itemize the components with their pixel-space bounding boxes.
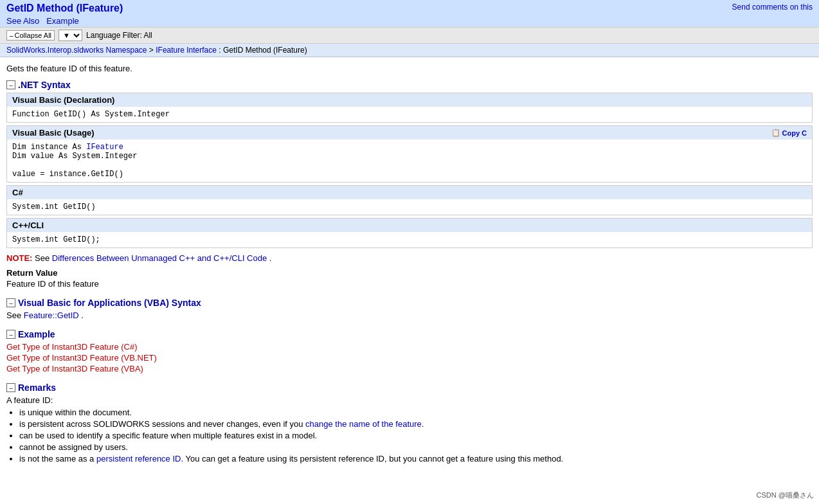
collapse-dropdown[interactable]: ▼ [59, 30, 82, 41]
csharp-code: System.int GetID() [7, 199, 812, 215]
remarks-section-header: – Remarks [6, 382, 813, 393]
vb-usage-label-text: Visual Basic (Usage) [12, 128, 94, 138]
bullet-2: is persistent across SOLIDWORKS sessions… [19, 419, 813, 429]
persistent-ref-link[interactable]: persistent reference ID [96, 454, 181, 464]
vb-usage-section: Visual Basic (Usage) 📋 Copy C Dim instan… [6, 125, 813, 183]
ifeature-link[interactable]: IFeature [86, 143, 123, 152]
bullet-3: can be used to identify a specific featu… [19, 431, 813, 440]
csharp-label-text: C# [12, 188, 23, 197]
vba-section-header: – Visual Basic for Applications (VBA) Sy… [6, 298, 813, 308]
bullet-5: is not the same as a persistent referenc… [19, 454, 813, 464]
example-section-header: – Example [6, 329, 813, 339]
cpp-section: C++/CLI System.int GetID(); [6, 218, 813, 248]
top-links: See Also Example [6, 16, 123, 26]
vba-collapse[interactable]: – [6, 298, 15, 307]
copy-icon: 📋 [771, 129, 780, 137]
see-also-link[interactable]: See Also [6, 16, 39, 26]
vb-usage-code: Dim instance As IFeature Dim value As Sy… [7, 140, 812, 182]
breadcrumb-bar: SolidWorks.Interop.sldworks Namespace > … [0, 44, 819, 57]
note-line: NOTE: See Differences Between Unmanaged … [6, 253, 813, 263]
example-title: Example [18, 329, 55, 339]
vb-declaration-section: Visual Basic (Declaration) Function GetI… [6, 93, 813, 123]
csharp-code-text: System.int GetID() [12, 203, 96, 212]
example-link-vbnet[interactable]: Get Type of Instant3D Feature (VB.NET) [6, 353, 813, 363]
return-value-section: Return Value Feature ID of this feature [6, 268, 813, 289]
language-filter-label: Language Filter: All [86, 31, 152, 40]
remarks-bullets: is unique within the document. is persis… [19, 408, 813, 464]
breadcrumb-current: GetID Method (IFeature) [223, 46, 307, 55]
example-link-csharp[interactable]: Get Type of Instant3D Feature (C#) [6, 342, 813, 352]
csharp-section: C# System.int GetID() [6, 185, 813, 215]
net-syntax-collapse[interactable]: – [6, 80, 15, 89]
vba-see: See Feature::GetID . [6, 310, 813, 320]
collapse-all-button[interactable]: – Collapse All [6, 30, 55, 40]
note-link[interactable]: Differences Between Unmanaged C++ and C+… [52, 253, 267, 263]
vba-see-text: See [6, 310, 24, 320]
cpp-label-text: C++/CLI [12, 221, 44, 230]
toolbar: – Collapse All ▼ Language Filter: All [0, 27, 819, 44]
return-value-desc: Feature ID of this feature [6, 279, 813, 289]
bullet-1: is unique within the document. [19, 408, 813, 417]
vba-see-link[interactable]: Feature::GetID [24, 310, 79, 320]
csharp-label: C# [7, 186, 812, 199]
vb-declaration-label-text: Visual Basic (Declaration) [12, 95, 114, 105]
main-content: Gets the feature ID of this feature. – .… [0, 57, 819, 472]
cpp-label: C++/CLI [7, 219, 812, 232]
collapse-label: Collapse All [15, 32, 51, 39]
description: Gets the feature ID of this feature. [6, 64, 813, 73]
bullet-4: cannot be assigned by users. [19, 442, 813, 452]
note-suffix: . [269, 253, 272, 263]
example-link[interactable]: Example [46, 16, 79, 26]
vb-declaration-code: Function GetID() As System.Integer [7, 107, 812, 122]
cpp-code: System.int GetID(); [7, 232, 812, 248]
vb-declaration-label: Visual Basic (Declaration) [7, 93, 812, 107]
vb-declaration-code-text: Function GetID() As System.Integer [12, 110, 170, 119]
vba-see-suffix: . [81, 310, 84, 320]
remarks-collapse[interactable]: – [6, 383, 15, 392]
top-header: GetID Method (IFeature) See Also Example… [0, 0, 819, 27]
cpp-code-text: System.int GetID(); [12, 235, 100, 244]
collapse-icon: – [10, 32, 14, 39]
vba-title: Visual Basic for Applications (VBA) Synt… [18, 298, 201, 308]
note-text: See [35, 253, 52, 263]
page-title: GetID Method (IFeature) [6, 3, 123, 14]
net-syntax-section-header: – .NET Syntax [6, 80, 813, 90]
note-bold: NOTE: [6, 253, 32, 263]
header-right: Send comments on this [732, 3, 813, 12]
example-links: Get Type of Instant3D Feature (C#) Get T… [6, 342, 813, 374]
breadcrumb-namespace[interactable]: SolidWorks.Interop.sldworks Namespace [6, 46, 147, 55]
remarks-title: Remarks [18, 382, 56, 393]
vb-usage-label: Visual Basic (Usage) 📋 Copy C [7, 126, 812, 140]
return-value-title: Return Value [6, 268, 813, 278]
copy-button[interactable]: 📋 Copy C [771, 129, 807, 137]
example-collapse[interactable]: – [6, 330, 15, 339]
send-comments-link[interactable]: Send comments on this [732, 3, 813, 12]
remarks-description: A feature ID: [6, 395, 813, 405]
example-link-vba[interactable]: Get Type of Instant3D Feature (VBA) [6, 364, 813, 374]
change-name-link[interactable]: change the name of the feature [305, 419, 422, 429]
header-left: GetID Method (IFeature) See Also Example [6, 3, 123, 26]
net-syntax-title: .NET Syntax [18, 80, 71, 90]
breadcrumb-interface[interactable]: IFeature Interface [156, 46, 217, 55]
copy-label: Copy C [782, 129, 807, 137]
